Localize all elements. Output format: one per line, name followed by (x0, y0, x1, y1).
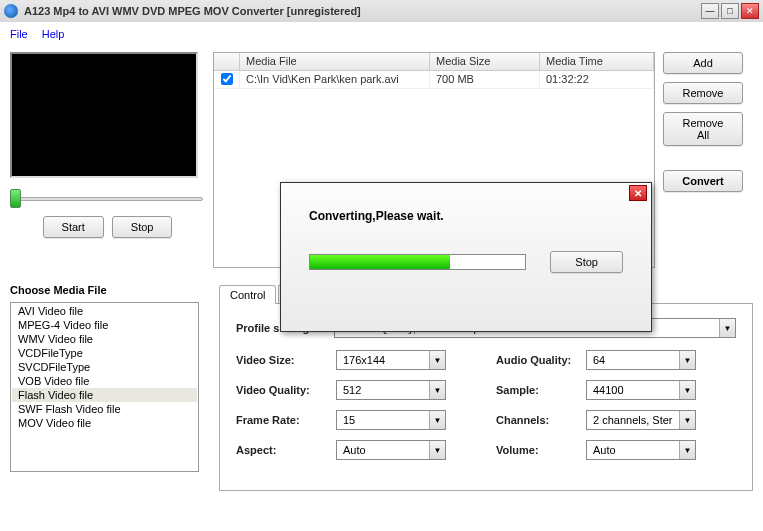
list-item[interactable]: Flash Video file (12, 388, 197, 402)
seek-thumb[interactable] (10, 189, 21, 208)
tab-control[interactable]: Control (219, 285, 276, 304)
table-row[interactable]: C:\In Vid\Ken Park\ken park.avi 700 MB 0… (214, 71, 654, 89)
cell-size: 700 MB (430, 71, 540, 88)
menubar: File Help (0, 22, 763, 44)
remove-button[interactable]: Remove (663, 82, 743, 104)
list-item[interactable]: MOV Video file (12, 416, 197, 430)
minimize-button[interactable]: — (701, 3, 719, 19)
col-check[interactable] (214, 53, 240, 70)
audio-quality-select[interactable]: 64▼ (586, 350, 696, 370)
video-size-label: Video Size: (236, 354, 326, 366)
video-quality-select[interactable]: 512▼ (336, 380, 446, 400)
add-button[interactable]: Add (663, 52, 743, 74)
menu-file[interactable]: File (6, 26, 32, 42)
video-size-select[interactable]: 176x144▼ (336, 350, 446, 370)
channels-select[interactable]: 2 channels, Ster▼ (586, 410, 696, 430)
list-item[interactable]: AVI Video file (12, 304, 197, 318)
col-media-time[interactable]: Media Time (540, 53, 654, 70)
video-quality-label: Video Quality: (236, 384, 326, 396)
remove-all-button[interactable]: Remove All (663, 112, 743, 146)
frame-rate-select[interactable]: 15▼ (336, 410, 446, 430)
media-type-list[interactable]: AVI Video fileMPEG-4 Video fileWMV Video… (10, 302, 199, 472)
list-item[interactable]: VOB Video file (12, 374, 197, 388)
audio-quality-label: Audio Quality: (496, 354, 576, 366)
row-checkbox[interactable] (221, 73, 233, 85)
chevron-down-icon: ▼ (679, 351, 695, 369)
chevron-down-icon: ▼ (679, 381, 695, 399)
list-item[interactable]: WMV Video file (12, 332, 197, 346)
channels-label: Channels: (496, 414, 576, 426)
sample-label: Sample: (496, 384, 576, 396)
volume-label: Volume: (496, 444, 576, 456)
dialog-stop-button[interactable]: Stop (550, 251, 623, 273)
video-preview (10, 52, 198, 178)
choose-title: Choose Media File (10, 284, 199, 296)
chevron-down-icon: ▼ (429, 411, 445, 429)
maximize-button[interactable]: □ (721, 3, 739, 19)
dialog-close-button[interactable]: ✕ (629, 185, 647, 201)
dialog-message: Converting,Please wait. (309, 209, 623, 223)
volume-select[interactable]: Auto▼ (586, 440, 696, 460)
col-media-file[interactable]: Media File (240, 53, 430, 70)
start-button[interactable]: Start (43, 216, 104, 238)
convert-button[interactable]: Convert (663, 170, 743, 192)
chevron-down-icon: ▼ (429, 351, 445, 369)
progress-bar (309, 254, 526, 270)
list-item[interactable]: SWF Flash Video file (12, 402, 197, 416)
converting-dialog: ✕ Converting,Please wait. Stop (280, 182, 652, 332)
titlebar: A123 Mp4 to AVI WMV DVD MPEG MOV Convert… (0, 0, 763, 22)
chevron-down-icon: ▼ (429, 381, 445, 399)
cell-time: 01:32:22 (540, 71, 654, 88)
stop-button[interactable]: Stop (112, 216, 173, 238)
chevron-down-icon: ▼ (429, 441, 445, 459)
list-item[interactable]: VCDFileType (12, 346, 197, 360)
col-media-size[interactable]: Media Size (430, 53, 540, 70)
sample-select[interactable]: 44100▼ (586, 380, 696, 400)
frame-rate-label: Frame Rate: (236, 414, 326, 426)
seek-slider[interactable] (10, 188, 205, 208)
cell-file: C:\In Vid\Ken Park\ken park.avi (240, 71, 430, 88)
aspect-label: Aspect: (236, 444, 326, 456)
chevron-down-icon: ▼ (679, 411, 695, 429)
chevron-down-icon: ▼ (679, 441, 695, 459)
window-title: A123 Mp4 to AVI WMV DVD MPEG MOV Convert… (24, 5, 701, 17)
close-button[interactable]: ✕ (741, 3, 759, 19)
menu-help[interactable]: Help (38, 26, 69, 42)
list-item[interactable]: SVCDFileType (12, 360, 197, 374)
aspect-select[interactable]: Auto▼ (336, 440, 446, 460)
chevron-down-icon: ▼ (719, 319, 735, 337)
app-icon (4, 4, 18, 18)
list-item[interactable]: MPEG-4 Video file (12, 318, 197, 332)
